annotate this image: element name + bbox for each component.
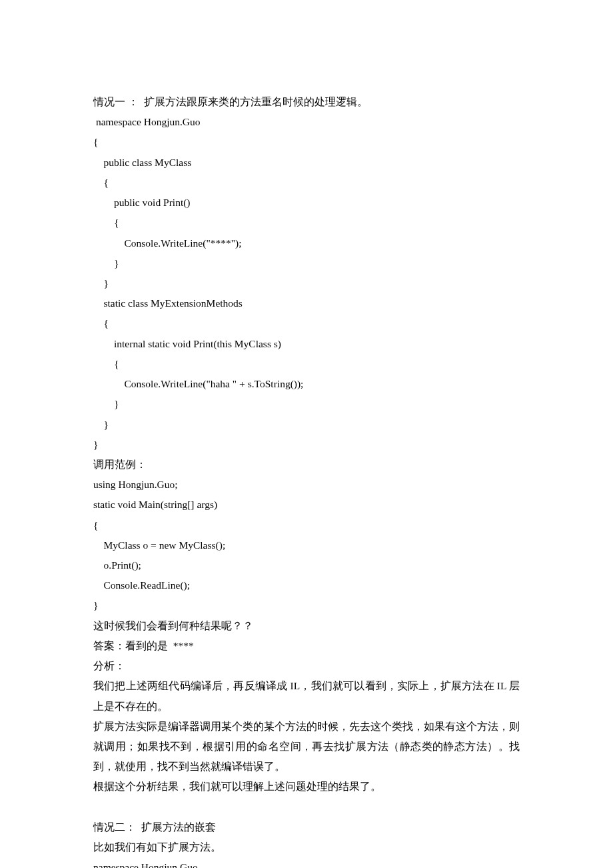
text-line: 调用范例：	[93, 455, 520, 475]
text-line: }	[93, 435, 520, 455]
text-line: 比如我们有如下扩展方法。	[93, 837, 520, 857]
text-line: {	[93, 173, 520, 193]
text-line: {	[93, 213, 520, 233]
text-line: public void Print()	[93, 193, 520, 213]
text-line: Console.WriteLine("****");	[93, 233, 520, 253]
text-line: {	[93, 313, 520, 333]
text-line: public class MyClass	[93, 153, 520, 173]
text-line: 情况二： 扩展方法的嵌套	[93, 817, 520, 837]
text-line: MyClass o = new MyClass();	[93, 535, 520, 555]
text-line: Console.WriteLine("haha " + s.ToString()…	[93, 374, 520, 394]
text-line: 扩展方法实际是编译器调用某个类的某个方法的时候，先去这个类找，如果有这个方法，则…	[93, 717, 520, 777]
text-line: }	[93, 595, 520, 615]
text-line: {	[93, 132, 520, 152]
text-line: static class MyExtensionMethods	[93, 293, 520, 313]
text-line: }	[93, 394, 520, 414]
text-line: }	[93, 273, 520, 293]
text-line: namespace Hongjun.Guo	[93, 112, 520, 132]
text-line: static void Main(string[] args)	[93, 495, 520, 515]
text-line: internal static void Print(this MyClass …	[93, 334, 520, 354]
text-line: }	[93, 415, 520, 435]
text-line: }	[93, 253, 520, 273]
text-line: 情况一 ： 扩展方法跟原来类的方法重名时候的处理逻辑。	[93, 92, 520, 112]
text-line	[93, 797, 520, 817]
text-line: 根据这个分析结果，我们就可以理解上述问题处理的结果了。	[93, 777, 520, 797]
text-line: o.Print();	[93, 555, 520, 575]
text-line: {	[93, 354, 520, 374]
text-line: 分析：	[93, 656, 520, 676]
text-line: 我们把上述两组代码编译后，再反编译成 IL，我们就可以看到，实际上，扩展方法在 …	[93, 676, 520, 716]
text-line: 这时候我们会看到何种结果呢？？	[93, 616, 520, 636]
text-line: namespace Hongjun.Guo	[93, 857, 520, 868]
text-line: 答案：看到的是 ****	[93, 636, 520, 656]
text-line: {	[93, 515, 520, 535]
document-body: 情况一 ： 扩展方法跟原来类的方法重名时候的处理逻辑。 namespace Ho…	[93, 92, 520, 868]
text-line: Console.ReadLine();	[93, 575, 520, 595]
text-line: using Hongjun.Guo;	[93, 475, 520, 495]
document-page: 情况一 ： 扩展方法跟原来类的方法重名时候的处理逻辑。 namespace Ho…	[0, 0, 613, 868]
